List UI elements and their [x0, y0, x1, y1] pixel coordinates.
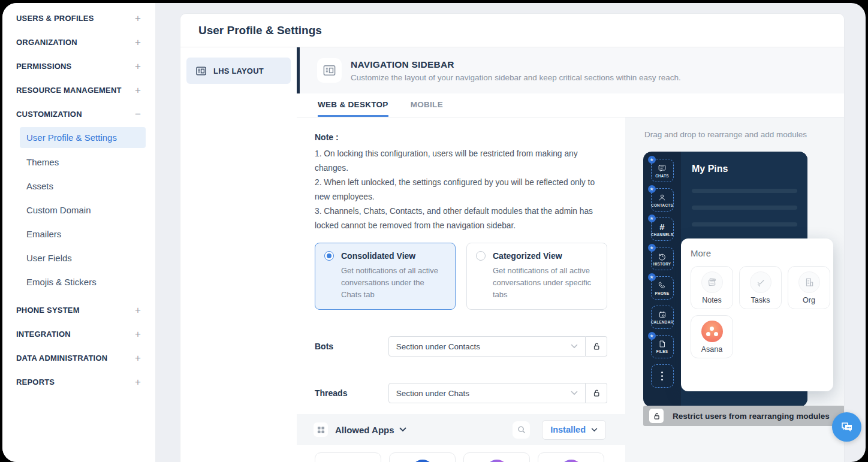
- allowed-apps-toggle[interactable]: Allowed Apps: [335, 425, 406, 435]
- expand-icon[interactable]: +: [135, 353, 141, 363]
- more-dots-icon: [661, 372, 663, 381]
- sidebar-item-emojis-stickers[interactable]: Emojis & Stickers: [20, 270, 146, 294]
- chat-bubbles-icon: [840, 420, 854, 434]
- radio-button[interactable]: [476, 251, 486, 261]
- unlock-icon[interactable]: [586, 336, 607, 357]
- module-label: HISTORY: [653, 262, 671, 266]
- expand-icon[interactable]: +: [135, 377, 141, 387]
- setting-label: Threads: [315, 388, 388, 398]
- section-header: NAVIGATION SIDEBAR Customize the layout …: [297, 47, 844, 93]
- expand-icon[interactable]: +: [135, 37, 141, 47]
- star-badge-icon: ★: [648, 273, 656, 281]
- app-card[interactable]: [315, 452, 381, 462]
- pin-skeleton-bar: [692, 189, 797, 193]
- page-header: User Profile & Settings: [180, 14, 844, 47]
- setting-row-bots: Bots Section under Contacts: [315, 336, 607, 357]
- sidebar-section-users-profiles[interactable]: USERS & PROFILES +: [2, 6, 155, 30]
- allowed-apps-label: Allowed Apps: [335, 425, 394, 435]
- subnav-item-lhs-layout[interactable]: LHS LAYOUT: [186, 58, 291, 84]
- channels-icon: #: [659, 222, 664, 231]
- preview-module-channels[interactable]: ★ #CHANNELS: [651, 218, 674, 241]
- sidebar-section-integration[interactable]: INTEGRATION +: [2, 322, 155, 346]
- view-option-consolidated-view[interactable]: Consolidated View Get notifications of a…: [315, 243, 456, 310]
- note-block: Note : 1. On locking this configuration,…: [297, 117, 625, 233]
- chevron-down-icon: [571, 391, 578, 395]
- main-card: User Profile & Settings LHS LAYOUT NAVIG…: [180, 13, 845, 462]
- pin-skeleton-bar: [692, 222, 797, 227]
- collapse-icon[interactable]: −: [135, 109, 141, 119]
- radio-button[interactable]: [324, 251, 334, 261]
- sidebar-item-themes[interactable]: Themes: [20, 150, 146, 174]
- tab-mobile[interactable]: MOBILE: [411, 93, 443, 117]
- allowed-apps-bar: Allowed Apps Installed: [297, 414, 625, 445]
- subnav-item-label: LHS LAYOUT: [213, 67, 264, 76]
- pin-skeleton-bar: [692, 206, 797, 210]
- sidebar-section-label: DATA ADMINISTRATION: [16, 354, 107, 363]
- more-module-asana[interactable]: Asana: [691, 315, 733, 358]
- more-module-notes[interactable]: Notes: [691, 266, 733, 309]
- expand-icon[interactable]: +: [135, 13, 141, 23]
- preview-module-more[interactable]: [651, 364, 674, 388]
- search-icon[interactable]: [513, 421, 530, 439]
- preview-module-phone[interactable]: ★ PHONE: [651, 276, 674, 300]
- sidebar-section-label: RESOURCE MANAGEMENT: [16, 86, 122, 95]
- select-value: Section under Contacts: [396, 342, 480, 351]
- preview-module-files[interactable]: ★ FILES: [651, 335, 674, 358]
- bots-section-select[interactable]: Section under Contacts: [388, 336, 586, 357]
- app-window: USERS & PROFILES + ORGANIZATION + PERMIS…: [2, 3, 866, 462]
- threads-section-select[interactable]: Section under Chats: [388, 383, 586, 403]
- asana-icon: [701, 321, 723, 342]
- unlock-icon[interactable]: [586, 383, 607, 403]
- help-chat-widget[interactable]: [832, 412, 861, 442]
- settings-subnav: LHS LAYOUT: [180, 47, 297, 462]
- expand-icon[interactable]: +: [135, 329, 141, 339]
- customization-submenu: User Profile & Settings Themes Assets Cu…: [2, 127, 155, 295]
- view-option-title: Consolidated View: [341, 251, 415, 261]
- sidebar-item-assets[interactable]: Assets: [20, 174, 146, 198]
- phone-icon: [658, 281, 667, 290]
- preview-module-contacts[interactable]: ★ CONTACTS: [651, 188, 674, 212]
- drag-drop-hint: Drag and drop to rearrange and add modul…: [625, 117, 845, 139]
- more-module-label: Tasks: [751, 296, 770, 304]
- sidebar-item-user-fields[interactable]: User Fields: [20, 246, 146, 270]
- tab-web-desktop[interactable]: WEB & DESKTOP: [318, 93, 388, 117]
- installed-filter-dropdown[interactable]: Installed: [542, 420, 606, 440]
- note-line: 1. On locking this configuration, users …: [315, 147, 607, 176]
- app-card[interactable]: [463, 452, 530, 462]
- sidebar-section-label: USERS & PROFILES: [16, 14, 94, 23]
- app-card[interactable]: box: [389, 452, 456, 462]
- view-option-categorized-view[interactable]: Categorized View Get notifications of al…: [466, 243, 607, 310]
- app-card[interactable]: [538, 452, 604, 462]
- sidebar-section-resource-management[interactable]: RESOURCE MANAGEMENT +: [2, 78, 155, 102]
- preview-module-history[interactable]: ★ HISTORY: [651, 247, 674, 270]
- sidebar-section-reports[interactable]: REPORTS +: [2, 370, 155, 394]
- expand-icon[interactable]: +: [135, 61, 141, 71]
- sidebar-section-data-administration[interactable]: DATA ADMINISTRATION +: [2, 346, 155, 370]
- org-icon: [798, 271, 820, 293]
- sidebar-section-phone-system[interactable]: PHONE SYSTEM +: [2, 298, 155, 322]
- sidebar-section-permissions[interactable]: PERMISSIONS +: [2, 54, 155, 78]
- preview-module-calendar[interactable]: CALENDAR: [651, 306, 674, 329]
- unlock-icon[interactable]: [649, 409, 664, 423]
- sidebar-item-emailers[interactable]: Emailers: [20, 222, 146, 246]
- more-module-tasks[interactable]: Tasks: [739, 266, 782, 309]
- view-option-description: Get notifications of all active conversa…: [493, 265, 598, 301]
- expand-icon[interactable]: +: [135, 85, 141, 95]
- module-label: CONTACTS: [651, 203, 673, 207]
- more-module-org[interactable]: Org: [788, 266, 830, 309]
- preview-module-chats[interactable]: ★ CHATS: [651, 159, 674, 182]
- page-title: User Profile & Settings: [198, 24, 322, 37]
- module-label: PHONE: [655, 291, 670, 295]
- restrict-label: Restrict users from rearranging modules: [673, 412, 830, 421]
- sidebar-section-organization[interactable]: ORGANIZATION +: [2, 30, 155, 54]
- history-icon: [658, 252, 667, 261]
- sidebar-section-customization[interactable]: CUSTOMIZATION −: [2, 102, 155, 126]
- select-value: Section under Chats: [396, 389, 469, 398]
- sidebar-item-user-profile-settings[interactable]: User Profile & Settings: [20, 127, 146, 148]
- star-badge-icon: ★: [648, 215, 656, 222]
- installed-filter-value: Installed: [550, 425, 586, 434]
- sidebar-item-custom-domain[interactable]: Custom Domain: [20, 198, 146, 222]
- expand-icon[interactable]: +: [135, 305, 141, 315]
- module-label: CHANNELS: [651, 232, 673, 237]
- contacts-icon: [658, 193, 667, 202]
